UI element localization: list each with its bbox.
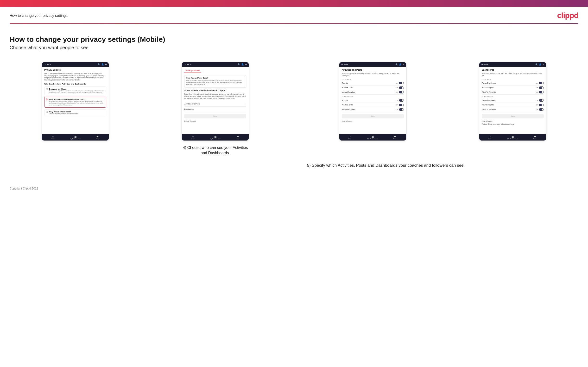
settings-icon[interactable]: ⚙ xyxy=(105,63,107,66)
toggle-coaches-practice[interactable] xyxy=(399,86,404,89)
chart-icon: ▩ xyxy=(511,135,514,138)
person-icon[interactable]: 👤 xyxy=(539,63,541,66)
person-icon[interactable]: 👤 xyxy=(102,63,104,66)
chart-icon: ▩ xyxy=(74,135,77,138)
phone3-tab-performance[interactable]: ▩ My Performance xyxy=(362,135,384,140)
phone1-option2[interactable]: Only Approved Followers and Your Coach O… xyxy=(44,97,106,107)
chevron-left-icon: ‹ xyxy=(44,63,44,66)
phone3-tab-menu[interactable]: ☰ Menu xyxy=(384,135,406,140)
search-icon[interactable]: 🔍 xyxy=(238,63,240,66)
phone4-tab-home[interactable]: ⌂ Home xyxy=(479,135,502,140)
phone4-icons: 🔍 👤 ⚙ xyxy=(535,63,544,66)
caption-5-container: 5) Specify which Activities, Posts and D… xyxy=(307,162,579,169)
phone3-coaches-manual: Manual Activities ON xyxy=(342,90,404,95)
on-label-c-ri: ON xyxy=(536,87,538,88)
phone1-option1[interactable]: Everyone on Clippd Everyone on Clippd ca… xyxy=(44,86,106,95)
toggle-followers-what-to-work[interactable] xyxy=(539,108,544,111)
phone2-popup: Only You and Your Coach Only you and the… xyxy=(184,75,246,87)
phone1-tab-performance[interactable]: ▩ My Performance xyxy=(64,135,86,140)
phone1-topbar: ‹ < Back 🔍 👤 ⚙ xyxy=(42,62,109,67)
phone4-tab-performance[interactable]: ▩ My Performance xyxy=(502,135,524,140)
home-icon: ⌂ xyxy=(192,135,194,138)
phone3-followers-rounds: Rounds ON xyxy=(342,98,404,103)
person-icon[interactable]: 👤 xyxy=(242,63,244,66)
page-heading: How to change your privacy settings (Mob… xyxy=(10,35,578,43)
toggle-followers-manual[interactable] xyxy=(399,108,404,111)
phone2-topbar: ‹ < Back 🔍 👤 ⚙ xyxy=(182,62,249,67)
toggle-coaches-what-to-work[interactable] xyxy=(539,91,544,93)
menu-icon: ☰ xyxy=(237,135,239,138)
chart-icon: ▩ xyxy=(214,135,216,138)
phone4-coaches-what-to-work: What To Work On ON xyxy=(482,90,544,95)
phone1-option3[interactable]: Only You and Your Coach Only you and the… xyxy=(44,109,106,116)
search-icon[interactable]: 🔍 xyxy=(535,63,538,66)
toggle-coaches-player-dashboard[interactable] xyxy=(539,82,544,84)
phone1-tab-home[interactable]: ⌂ Home xyxy=(42,135,64,140)
phone3-save-btn[interactable]: Save xyxy=(342,114,404,118)
toggle-followers-player-dashboard[interactable] xyxy=(539,99,544,102)
chevron-left-icon: ‹ xyxy=(184,63,184,66)
on-label-f-rounds: ON xyxy=(396,100,398,101)
logo: clippd xyxy=(557,11,578,20)
phone3-followers-practice: Practice Drills ON xyxy=(342,103,404,107)
settings-icon[interactable]: ⚙ xyxy=(403,63,404,66)
person-icon[interactable]: 👤 xyxy=(399,63,401,66)
phone4-coaches-header: COACHES xyxy=(482,79,544,80)
toggle-coaches-manual[interactable] xyxy=(399,91,404,93)
search-icon[interactable]: 🔍 xyxy=(98,63,100,66)
phone4-coaches-player-dashboard: Player Dashboard ON xyxy=(482,81,544,85)
header-title: How to change your privacy settings xyxy=(10,13,68,17)
on-label-f-manual: ON xyxy=(396,109,398,110)
toggle-coaches-rounds[interactable] xyxy=(399,82,404,84)
phone4-help: Help & Support xyxy=(482,120,544,122)
phone2-back[interactable]: ‹ < Back xyxy=(184,63,191,66)
footer: Copyright Clippd 2022 xyxy=(0,183,588,194)
phone1-tab-menu[interactable]: ☰ Menu xyxy=(86,135,109,140)
phone2-tab-menu[interactable]: ☰ Menu xyxy=(226,135,249,140)
phone4-save-btn[interactable]: Save xyxy=(482,114,544,118)
phone4-back[interactable]: ‹ < Back xyxy=(481,63,488,66)
search-icon[interactable]: 🔍 xyxy=(395,63,398,66)
phone4-followers-what-to-work: What To Work On ON xyxy=(482,107,544,112)
phone2-save-btn[interactable]: Save xyxy=(184,114,246,118)
chart-icon: ▩ xyxy=(372,135,374,138)
on-label-c-practice: ON xyxy=(396,87,398,88)
on-label-f-pd: ON xyxy=(536,100,538,101)
phone4-tabbar: ⌂ Home ▩ My Performance ☰ Menu xyxy=(479,134,546,141)
page-subheading: Choose what you want people to see xyxy=(10,45,578,50)
phone2-tab-performance[interactable]: ▩ My Performance xyxy=(204,135,226,140)
settings-icon[interactable]: ⚙ xyxy=(543,63,544,66)
on-label-c-wtwo: ON xyxy=(536,92,538,93)
phone2-show-hide-title: Show or hide specific features in Clippd xyxy=(184,89,246,92)
phone2-activities-row[interactable]: Activities and Posts › xyxy=(184,101,246,107)
phone1-content: Privacy Controls Control how you and you… xyxy=(42,67,109,134)
caption-5: 5) Specify which Activities, Posts and D… xyxy=(307,162,579,169)
home-icon: ⌂ xyxy=(490,135,491,138)
toggle-followers-round-insights[interactable] xyxy=(539,104,544,106)
phone2-tabbar: ⌂ Home ▩ My Performance ☰ Menu xyxy=(182,134,249,141)
toggle-followers-rounds[interactable] xyxy=(399,99,404,102)
phone4-tab-menu[interactable]: ☰ Menu xyxy=(524,135,546,140)
chevron-left-icon: ‹ xyxy=(341,63,342,66)
chevron-right-icon: › xyxy=(246,103,247,105)
home-icon: ⌂ xyxy=(52,135,54,138)
on-label-f-practice: ON xyxy=(396,104,398,106)
phone1-back[interactable]: ‹ < Back xyxy=(44,63,51,66)
phone2-dashboards-row[interactable]: Dashboards › xyxy=(184,107,246,112)
toggle-coaches-round-insights[interactable] xyxy=(539,86,544,89)
screenshots-row: ‹ < Back 🔍 👤 ⚙ Privacy Controls Control … xyxy=(10,62,578,156)
phone3-tab-home[interactable]: ⌂ Home xyxy=(339,135,362,140)
phone3-help: Help & Support xyxy=(342,120,404,122)
phone3-back[interactable]: ‹ < Back xyxy=(341,63,348,66)
menu-icon: ☰ xyxy=(96,135,99,138)
screenshot-group-2: ‹ < Back 🔍 👤 ⚙ Privacy Controls xyxy=(150,62,281,156)
phone2-tab-home[interactable]: ⌂ Home xyxy=(182,135,204,140)
phone1-subsection: Who Can See Your Activities and Dashboar… xyxy=(44,83,106,85)
toggle-followers-practice[interactable] xyxy=(399,104,404,106)
tab-privacy-controls[interactable]: Privacy Controls xyxy=(184,69,201,73)
phone4-content: Dashboards Select the dashboards that yo… xyxy=(479,67,546,134)
chevron-left-icon: ‹ xyxy=(481,63,482,66)
phone-screen-4: ‹ < Back 🔍 👤 ⚙ Dashboards Select the das… xyxy=(479,62,546,141)
settings-icon[interactable]: ⚙ xyxy=(245,63,247,66)
on-label-c-pd: ON xyxy=(536,82,538,84)
